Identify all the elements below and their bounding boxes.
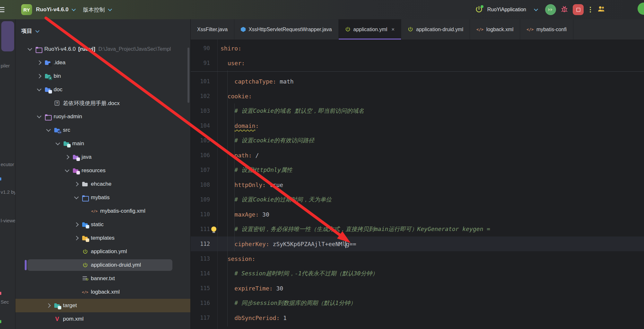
line-number[interactable]: 112	[191, 241, 210, 247]
chevron-down-icon[interactable]	[35, 29, 39, 33]
line-number[interactable]: 117	[191, 315, 210, 321]
tab-xsshttpservletrequestwrapper.java[interactable]: XssHttpServletRequestWrapper.java	[234, 19, 338, 40]
tree-item-src[interactable]: </>src	[15, 123, 190, 137]
close-icon[interactable]: ×	[391, 26, 395, 33]
code-line-107[interactable]: 107 # 设置HttpOnly属性	[191, 163, 644, 177]
line-text[interactable]: captchaType: math	[221, 78, 294, 85]
line-number[interactable]: 102	[191, 93, 210, 99]
tree-item-.docx[interactable]: ?若依环境使用手册.docx	[15, 96, 190, 110]
chevron-right-icon[interactable]	[65, 155, 69, 159]
tree-item-mybatis[interactable]: mybatis	[15, 191, 190, 204]
chevron-right-icon[interactable]	[74, 222, 79, 227]
debug-button[interactable]	[561, 5, 568, 14]
code-line-106[interactable]: 106 path: /	[191, 148, 644, 163]
chevron-down-icon[interactable]	[74, 195, 79, 199]
line-number[interactable]: 101	[191, 78, 210, 84]
chevron-right-icon[interactable]	[37, 60, 41, 65]
project-panel-header[interactable]: 项目	[15, 19, 190, 42]
code-line-90[interactable]: 90shiro:	[191, 41, 644, 56]
tool-stripe-icon[interactable]	[0, 320, 1, 323]
tab-application.yml[interactable]: application.yml×	[339, 19, 402, 40]
line-number[interactable]: 116	[191, 300, 210, 306]
more-actions-icon[interactable]	[588, 7, 593, 13]
run-configuration-select[interactable]: RuoYiApplication	[487, 7, 526, 13]
code-line-114[interactable]: 114 # Session超时时间，-1代表永不过期（默认30分钟）	[191, 266, 644, 281]
line-text[interactable]: cookie:	[221, 93, 252, 100]
tree-item-main[interactable]: main	[15, 137, 190, 150]
line-text[interactable]: httpOnly: true	[221, 182, 283, 188]
tree-item-.idea[interactable]: .idea	[15, 56, 190, 69]
tool-stripe-icon[interactable]	[0, 292, 1, 295]
line-text[interactable]: # Session超时时间，-1代表永不过期（默认30分钟）	[221, 270, 378, 277]
line-number[interactable]: 111	[191, 226, 210, 232]
code-line-110[interactable]: 110 maxAge: 30	[191, 207, 644, 222]
line-number[interactable]: 109	[191, 196, 210, 203]
tool-stripe-label[interactable]: l-viewer	[1, 218, 15, 223]
line-number[interactable]: 115	[191, 285, 210, 291]
line-number[interactable]: 108	[191, 182, 210, 188]
line-text[interactable]: path: /	[221, 152, 259, 159]
line-text[interactable]: user:	[221, 60, 245, 67]
line-text[interactable]: session:	[221, 255, 255, 262]
code-line-116[interactable]: 116 # 同步session到数据库的周期（默认1分钟）	[191, 296, 644, 310]
tree-item-templates[interactable]: templates	[15, 231, 190, 245]
tree-item-logback.xml[interactable]: </>logback.xml	[15, 285, 190, 299]
chevron-down-icon[interactable]	[534, 7, 538, 11]
main-menu-icon[interactable]	[0, 6, 4, 13]
code-line-115[interactable]: 115 expireTime: 30	[191, 281, 644, 296]
project-tool-button[interactable]	[1, 21, 14, 51]
tree-item-ehcache[interactable]: ehcache	[15, 177, 190, 191]
avatar[interactable]	[638, 3, 644, 15]
tree-item-mybatis-config.xml[interactable]: </>mybatis-config.xml	[15, 204, 190, 218]
tree-item-bin[interactable]: ×bin	[15, 69, 190, 83]
chevron-down-icon[interactable]	[28, 46, 32, 51]
line-number[interactable]: 103	[191, 108, 210, 114]
tree-item-pom.xml[interactable]: Vpom.xml	[15, 312, 190, 326]
code-line-117[interactable]: 117 dbSyncPeriod: 1	[191, 310, 644, 325]
line-text[interactable]: domain:	[221, 122, 259, 129]
tree-item-resources[interactable]: resources	[15, 164, 190, 177]
line-number[interactable]: 105	[191, 137, 210, 144]
tool-stripe-label[interactable]: ecutor	[1, 162, 14, 167]
chevron-down-icon[interactable]	[46, 127, 51, 132]
chevron-down-icon[interactable]	[108, 7, 112, 11]
code-line-103[interactable]: 103 # 设置Cookie的域名 默认空，即当前访问的域名	[191, 103, 644, 118]
chevron-right-icon[interactable]	[74, 236, 79, 240]
line-number[interactable]: 107	[191, 167, 210, 173]
tree-item-target[interactable]: otarget	[15, 299, 190, 312]
tree-item-ruoyi-v4.6.0[interactable]: RuoYi-v4.6.0[ruoyi]D:\Java_Project\JavaS…	[15, 42, 190, 56]
code-line-112[interactable]: 112 cipherKey: zSyK5Kp6PZAAjlT+eeNMlg==	[191, 236, 644, 251]
code-editor[interactable]: 90shiro:91 user:101 captchaType: math102…	[191, 40, 644, 329]
tab-logback.xml[interactable]: </>logback.xml	[470, 19, 520, 40]
line-text[interactable]: cipherKey: zSyK5Kp6PZAAjlT+eeNMlg==	[221, 240, 356, 248]
code-line-101[interactable]: 101 captchaType: math	[191, 74, 644, 89]
line-number[interactable]: 91	[191, 60, 210, 66]
tab-xssfilter.java[interactable]: XssFilter.java	[191, 19, 234, 40]
chevron-down-icon[interactable]	[37, 87, 41, 91]
code-line-113[interactable]: 113 session:	[191, 251, 644, 266]
code-line-108[interactable]: 108 httpOnly: true	[191, 177, 644, 192]
code-line-109[interactable]: 109 # 设置Cookie的过期时间，天为单位	[191, 192, 644, 207]
tree-item-application-druid.yml[interactable]: application-druid.yml	[15, 258, 190, 272]
chevron-down-icon[interactable]	[37, 114, 41, 118]
code-line-102[interactable]: 102 cookie:	[191, 89, 644, 103]
tool-stripe-label[interactable]: v1.2 by	[1, 189, 15, 195]
tool-stripe-label[interactable]: Sec	[1, 299, 9, 305]
tree-item-ruoyi-admin[interactable]: ruoyi-admin	[15, 110, 190, 123]
line-number[interactable]: 104	[191, 122, 210, 129]
vcs-widget[interactable]: 版本控制	[83, 6, 105, 13]
line-text[interactable]: shiro:	[221, 45, 241, 52]
chevron-right-icon[interactable]	[37, 74, 41, 78]
line-number[interactable]: 114	[191, 270, 210, 277]
tree-item-application.yml[interactable]: application.yml	[15, 245, 190, 258]
tool-stripe-label[interactable]: piler	[1, 63, 10, 68]
users-icon[interactable]	[597, 6, 605, 13]
line-text[interactable]: dbSyncPeriod: 1	[221, 315, 287, 321]
code-line-111[interactable]: 111 # 设置密钥，务必保持唯一性（生成方式，直接拷贝到main运行即可）Ke…	[191, 222, 644, 236]
tab-application-druid.yml[interactable]: application-druid.yml	[401, 19, 470, 40]
tab-mybatis-confi[interactable]: </>mybatis-confi	[520, 19, 573, 40]
tree-scrollbar[interactable]	[187, 48, 189, 103]
code-line-105[interactable]: 105 # 设置cookie的有效访问路径	[191, 133, 644, 148]
tree-item-java[interactable]: java	[15, 150, 190, 164]
rerun-button[interactable]	[545, 4, 556, 15]
